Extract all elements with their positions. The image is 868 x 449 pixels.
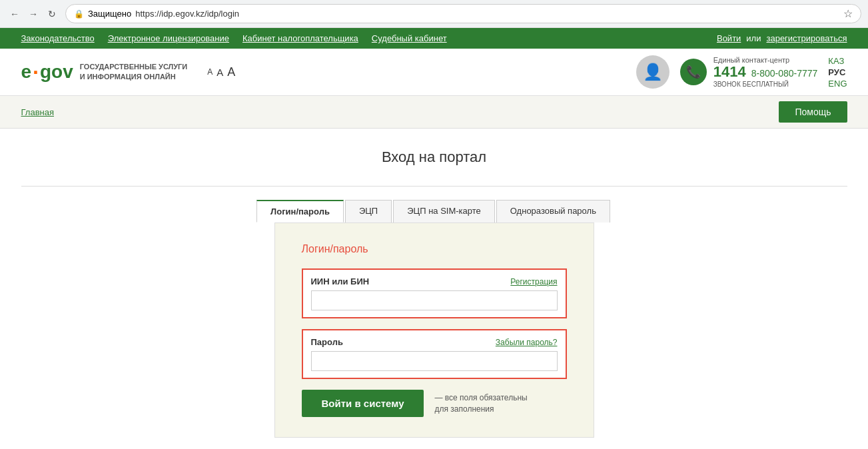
- font-medium-btn[interactable]: А: [217, 67, 223, 78]
- font-large-btn[interactable]: А: [227, 65, 235, 79]
- contact-text: Единый контакт-центр 1414 8-800-080-7777…: [713, 56, 818, 87]
- font-small-btn[interactable]: А: [207, 67, 213, 77]
- phone-icon: 📞: [680, 59, 707, 85]
- register-link[interactable]: зарегистрироваться: [766, 33, 847, 43]
- iin-input[interactable]: [311, 290, 558, 310]
- iin-field-header: ИИН или БИН Регистрация: [311, 276, 558, 286]
- form-bottom: Войти в систему — все поля обязательныдл…: [302, 390, 567, 417]
- help-button[interactable]: Помощь: [779, 101, 847, 123]
- address-bar[interactable]: 🔒 Защищено https://idp.egov.kz/idp/login…: [65, 4, 861, 23]
- site-header: e · gov ГОСУДАРСТВЕННЫЕ УСЛУГИ И ИНФОРМА…: [0, 49, 868, 96]
- tab-ecp[interactable]: ЭЦП: [345, 200, 392, 223]
- logo-tagline-1: ГОСУДАРСТВЕННЫЕ УСЛУГИ: [80, 62, 188, 72]
- phone-number: 1414: [713, 64, 746, 80]
- lang-kaz[interactable]: КАЗ: [828, 56, 847, 66]
- required-note: — все поля обязательныдля заполнения: [434, 392, 527, 415]
- or-separator: или: [746, 33, 761, 43]
- divider: [21, 186, 847, 187]
- login-link[interactable]: Войти: [717, 33, 741, 43]
- font-size-controls: А А А: [207, 65, 235, 79]
- logo-dot: ·: [33, 61, 39, 83]
- login-card: Логин/пароль ИИН или БИН Регистрация Пар…: [274, 223, 594, 438]
- page-title: Вход на портал: [21, 149, 847, 166]
- tab-one-time-password[interactable]: Одноразовый пароль: [496, 200, 610, 223]
- breadcrumb-bar: Главная Помощь: [0, 96, 868, 129]
- top-nav-bar: Законодательство Электронное лицензирова…: [0, 28, 868, 49]
- nav-link-legislation[interactable]: Законодательство: [21, 33, 95, 43]
- logo-tagline-2: И ИНФОРМАЦИЯ ОНЛАЙН: [80, 72, 188, 82]
- hotline-number: 8-800-080-7777: [751, 68, 818, 79]
- nav-link-court[interactable]: Судебный кабинет: [372, 33, 447, 43]
- password-label: Пароль: [311, 337, 343, 347]
- contact-info: 📞 Единый контакт-центр 1414 8-800-080-77…: [680, 56, 818, 87]
- register-link-form[interactable]: Регистрация: [510, 277, 557, 286]
- form-section-title: Логин/пароль: [302, 243, 567, 255]
- main-content: Вход на портал Логин/пароль ЭЦП ЭЦП на S…: [8, 129, 861, 449]
- browser-chrome: ← → ↻ 🔒 Защищено https://idp.egov.kz/idp…: [0, 0, 868, 28]
- lang-rus[interactable]: РУС: [828, 67, 847, 77]
- iin-field-group: ИИН или БИН Регистрация: [302, 268, 567, 318]
- login-tabs-container: Логин/пароль ЭЦП ЭЦП на SIM-карте Однора…: [21, 200, 847, 223]
- forward-button[interactable]: →: [25, 6, 41, 22]
- login-tabs: Логин/пароль ЭЦП ЭЦП на SIM-карте Однора…: [256, 200, 612, 223]
- bookmark-icon[interactable]: ☆: [843, 7, 853, 20]
- logo-gov: gov: [40, 61, 73, 83]
- back-button[interactable]: ←: [7, 6, 23, 22]
- logo-area: e · gov ГОСУДАРСТВЕННЫЕ УСЛУГИ И ИНФОРМА…: [21, 61, 236, 83]
- lang-eng[interactable]: ENG: [828, 79, 847, 89]
- password-field-header: Пароль Забыли пароль?: [311, 337, 558, 347]
- logo-tagline: ГОСУДАРСТВЕННЫЕ УСЛУГИ И ИНФОРМАЦИЯ ОНЛА…: [80, 62, 188, 83]
- avatar: 👤: [636, 55, 669, 89]
- language-switcher: КАЗ РУС ENG: [828, 56, 847, 89]
- tab-ecp-sim[interactable]: ЭЦП на SIM-карте: [393, 200, 495, 223]
- url-text: https://idp.egov.kz/idp/login: [135, 9, 839, 19]
- breadcrumb-home[interactable]: Главная: [21, 107, 54, 117]
- password-input[interactable]: [311, 351, 558, 371]
- top-nav-links: Законодательство Электронное лицензирова…: [21, 33, 447, 43]
- tab-login-password[interactable]: Логин/пароль: [256, 200, 344, 223]
- password-field-group: Пароль Забыли пароль?: [302, 329, 567, 379]
- egov-logo[interactable]: e · gov: [21, 61, 73, 83]
- iin-label: ИИН или БИН: [311, 276, 370, 286]
- nav-link-licensing[interactable]: Электронное лицензирование: [108, 33, 229, 43]
- submit-button[interactable]: Войти в систему: [302, 390, 424, 417]
- forgot-password-link[interactable]: Забыли пароль?: [496, 338, 558, 347]
- lock-icon: 🔒: [74, 9, 84, 19]
- free-call-label: ЗВОНОК БЕСПЛАТНЫЙ: [713, 81, 818, 88]
- top-nav-auth-links: Войти или зарегистрироваться: [717, 33, 847, 43]
- login-form-wrapper: Логин/пароль ИИН или БИН Регистрация Пар…: [21, 223, 847, 438]
- reload-button[interactable]: ↻: [44, 6, 60, 22]
- secure-label: Защищено: [88, 9, 131, 19]
- header-right: 👤 📞 Единый контакт-центр 1414 8-800-080-…: [636, 55, 847, 89]
- nav-link-taxpayer[interactable]: Кабинет налогоплательщика: [242, 33, 358, 43]
- browser-nav-buttons: ← → ↻: [7, 6, 60, 22]
- logo-e: e: [21, 61, 32, 83]
